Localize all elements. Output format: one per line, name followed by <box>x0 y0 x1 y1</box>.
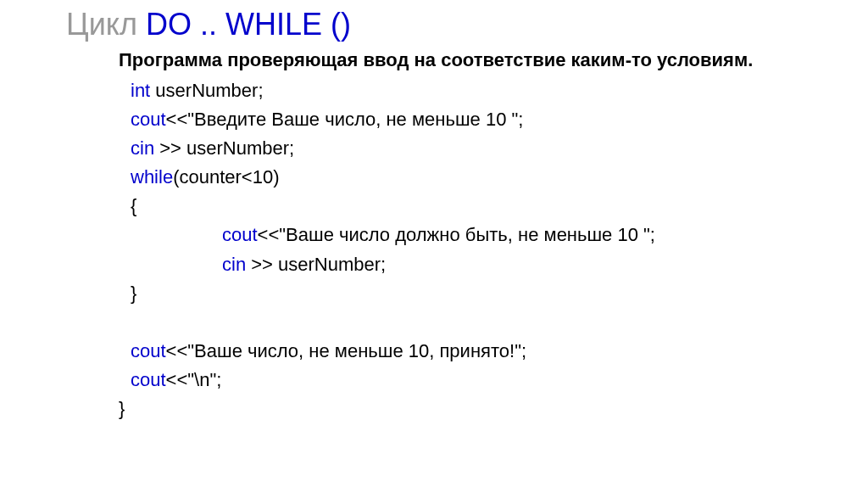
keyword-cin: cin <box>222 254 246 275</box>
title-keywords: DO .. WHILE () <box>146 7 351 42</box>
keyword-cout: cout <box>131 369 166 390</box>
code-line-8: } <box>131 279 868 308</box>
code-text: (counter<10) <box>173 166 279 188</box>
keyword-cout: cout <box>222 224 258 245</box>
code-line-3: cin >> userNumber; <box>131 134 868 163</box>
code-text: <<"Ваше число, не меньше 10, принято!"; <box>166 340 526 361</box>
code-line-9: cout<<"Ваше число, не меньше 10, принято… <box>131 337 868 366</box>
code-text: <<"\n"; <box>166 369 222 390</box>
keyword-int: int <box>131 80 150 101</box>
title-prefix: Цикл <box>66 7 146 42</box>
keyword-while: while <box>131 166 173 188</box>
keyword-cout: cout <box>131 109 166 130</box>
code-line-7: cin >> userNumber; <box>131 250 868 279</box>
keyword-cin: cin <box>131 137 154 159</box>
code-text: >> userNumber; <box>246 254 386 275</box>
slide-title: Цикл DO .. WHILE () <box>66 7 868 42</box>
code-line-6: cout<<"Ваше число должно быть, не меньше… <box>131 221 868 249</box>
code-text: <<"Ваше число должно быть, не меньше 10 … <box>258 224 655 245</box>
code-line-11: } <box>119 395 868 423</box>
code-line-2: cout<<"Введите Ваше число, не меньше 10 … <box>131 105 868 134</box>
code-line-4: while(counter<10) <box>131 163 868 192</box>
code-text: >> userNumber; <box>154 137 294 159</box>
code-line-10: cout<<"\n"; <box>131 366 868 395</box>
code-line-1: int userNumber; <box>131 76 868 105</box>
blank-line <box>66 308 868 337</box>
keyword-cout: cout <box>131 340 166 361</box>
code-text: <<"Введите Ваше число, не меньше 10 "; <box>166 109 524 130</box>
slide-subtitle: Программа проверяющая ввод на соответств… <box>119 49 868 71</box>
code-text: userNumber; <box>150 80 263 101</box>
code-line-5: { <box>131 192 868 221</box>
